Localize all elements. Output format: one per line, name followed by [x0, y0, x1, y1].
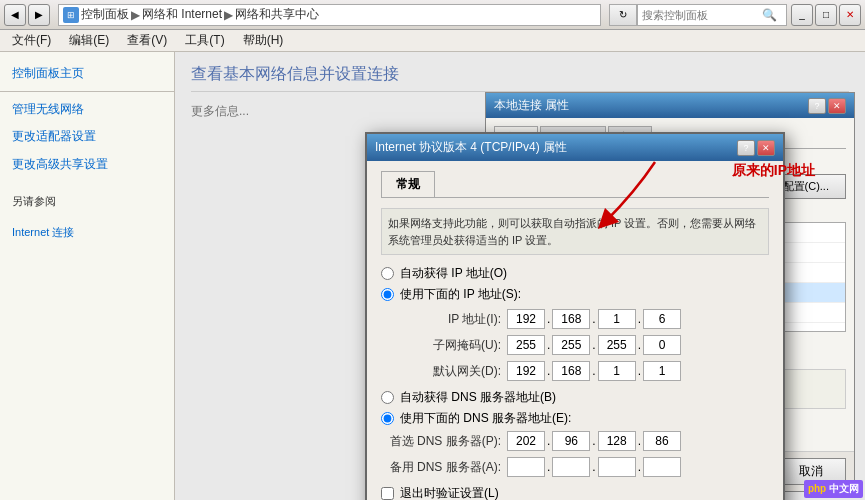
breadcrumb-icon: ⊞: [63, 7, 79, 23]
ip-input-group[interactable]: . . .: [507, 309, 681, 329]
maximize-button[interactable]: □: [815, 4, 837, 26]
gateway-dot-2: .: [592, 364, 595, 378]
window-controls: ◀ ▶: [4, 4, 50, 26]
search-icon[interactable]: 🔍: [762, 8, 777, 22]
manual-ip-radio[interactable]: [381, 288, 394, 301]
ip-seg-1[interactable]: [507, 309, 545, 329]
gateway-label: 默认网关(D):: [381, 363, 501, 380]
subnet-seg-3[interactable]: [598, 335, 636, 355]
sdns-seg-3[interactable]: [598, 457, 636, 477]
tcpip-title-bar: Internet 协议版本 4 (TCP/IPv4) 属性 ? ✕: [367, 134, 783, 161]
subnet-seg-4[interactable]: [643, 335, 681, 355]
breadcrumb-sep-2: ▶: [224, 8, 233, 22]
manual-ip-row[interactable]: 使用下面的 IP 地址(S):: [381, 286, 769, 303]
secondary-dns-label: 备用 DNS 服务器(A):: [381, 459, 501, 476]
refresh-button[interactable]: ↻: [609, 4, 637, 26]
subnet-field-row: 子网掩码(U): . . .: [381, 335, 769, 355]
ip-seg-3[interactable]: [598, 309, 636, 329]
ip-field-row: IP 地址(I): . . .: [381, 309, 769, 329]
subnet-label: 子网掩码(U):: [381, 337, 501, 354]
breadcrumb-item-1[interactable]: 控制面板: [81, 6, 129, 23]
sdns-seg-1[interactable]: [507, 457, 545, 477]
pdns-seg-3[interactable]: [598, 431, 636, 451]
tcpip-tabs: 常规: [381, 171, 769, 198]
manual-dns-label: 使用下面的 DNS 服务器地址(E):: [400, 410, 571, 427]
title-bar-left: ◀ ▶ ⊞ 控制面板 ▶ 网络和 Internet ▶ 网络和共享中心 ↻: [4, 4, 637, 26]
close-button[interactable]: ✕: [839, 4, 861, 26]
sidebar-item-adapter[interactable]: 更改适配器设置: [0, 123, 174, 150]
menu-help[interactable]: 帮助(H): [235, 30, 292, 51]
subnet-seg-1[interactable]: [507, 335, 545, 355]
pdns-seg-4[interactable]: [643, 431, 681, 451]
secondary-dns-input[interactable]: . . .: [507, 457, 681, 477]
tcpip-help-btn[interactable]: ?: [737, 140, 755, 156]
forward-button[interactable]: ▶: [28, 4, 50, 26]
right-panel-title-bar: 本地连接 属性 ? ✕: [486, 93, 854, 118]
gateway-seg-4[interactable]: [643, 361, 681, 381]
sidebar-item-wireless[interactable]: 管理无线网络: [0, 96, 174, 123]
gateway-seg-1[interactable]: [507, 361, 545, 381]
ip-radio-group: 自动获得 IP 地址(O) 使用下面的 IP 地址(S):: [381, 265, 769, 303]
menu-tools[interactable]: 工具(T): [177, 30, 232, 51]
manual-ip-label: 使用下面的 IP 地址(S):: [400, 286, 521, 303]
internet-link[interactable]: Internet 连接: [0, 221, 174, 244]
sdns-seg-4[interactable]: [643, 457, 681, 477]
pdns-seg-1[interactable]: [507, 431, 545, 451]
ip-seg-4[interactable]: [643, 309, 681, 329]
subnet-seg-2[interactable]: [552, 335, 590, 355]
sdns-dot-1: .: [547, 460, 550, 474]
auto-ip-radio[interactable]: [381, 267, 394, 280]
subnet-dot-2: .: [592, 338, 595, 352]
right-panel-help[interactable]: ?: [808, 98, 826, 114]
sidebar: 控制面板主页 管理无线网络 更改适配器设置 更改高级共享设置 另请参阅 Inte…: [0, 52, 175, 500]
menu-file[interactable]: 文件(F): [4, 30, 59, 51]
tcpip-info-text: 如果网络支持此功能，则可以获取自动指派的 IP 设置。否则，您需要从网络系统管理…: [381, 208, 769, 255]
checkbox-row[interactable]: 退出时验证设置(L): [381, 485, 769, 500]
sidebar-item-sharing[interactable]: 更改高级共享设置: [0, 151, 174, 178]
pdns-seg-2[interactable]: [552, 431, 590, 451]
ip-dot-3: .: [638, 312, 641, 326]
primary-dns-input[interactable]: . . .: [507, 431, 681, 451]
subnet-dot-1: .: [547, 338, 550, 352]
pdns-dot-1: .: [547, 434, 550, 448]
auto-dns-row[interactable]: 自动获得 DNS 服务器地址(B): [381, 389, 769, 406]
right-panel-close[interactable]: ✕: [828, 98, 846, 114]
breadcrumb-area: ⊞ 控制面板 ▶ 网络和 Internet ▶ 网络和共享中心: [58, 4, 601, 26]
breadcrumb-item-2[interactable]: 网络和 Internet: [142, 6, 222, 23]
dns-section: 自动获得 DNS 服务器地址(B) 使用下面的 DNS 服务器地址(E):: [381, 389, 769, 427]
pdns-dot-3: .: [638, 434, 641, 448]
minimize-button[interactable]: _: [791, 4, 813, 26]
gateway-dot-1: .: [547, 364, 550, 378]
annotation-text: 原来的IP地址: [732, 162, 815, 178]
right-panel-title-text: 本地连接 属性: [494, 97, 569, 114]
php-suffix: 中文网: [829, 483, 859, 494]
subnet-input-group[interactable]: . . .: [507, 335, 681, 355]
php-prefix: php: [808, 483, 826, 494]
sidebar-item-home[interactable]: 控制面板主页: [0, 60, 174, 87]
main-content: 控制面板主页 管理无线网络 更改适配器设置 更改高级共享设置 另请参阅 Inte…: [0, 52, 865, 500]
gateway-seg-2[interactable]: [552, 361, 590, 381]
ip-seg-2[interactable]: [552, 309, 590, 329]
tcpip-title-controls: ? ✕: [737, 140, 775, 156]
see-also-label: 另请参阅: [0, 190, 174, 213]
sdns-seg-2[interactable]: [552, 457, 590, 477]
sdns-dot-2: .: [592, 460, 595, 474]
menu-edit[interactable]: 编辑(E): [61, 30, 117, 51]
search-box[interactable]: 🔍: [637, 4, 787, 26]
verify-checkbox[interactable]: [381, 487, 394, 500]
auto-dns-radio[interactable]: [381, 391, 394, 404]
auto-ip-row[interactable]: 自动获得 IP 地址(O): [381, 265, 769, 282]
manual-dns-row[interactable]: 使用下面的 DNS 服务器地址(E):: [381, 410, 769, 427]
gateway-seg-3[interactable]: [598, 361, 636, 381]
tcpip-close-btn[interactable]: ✕: [757, 140, 775, 156]
breadcrumb-item-3[interactable]: 网络和共享中心: [235, 6, 319, 23]
tcpip-tab-general[interactable]: 常规: [381, 171, 435, 197]
menu-view[interactable]: 查看(V): [119, 30, 175, 51]
pdns-dot-2: .: [592, 434, 595, 448]
menu-bar: 文件(F) 编辑(E) 查看(V) 工具(T) 帮助(H): [0, 30, 865, 52]
search-input[interactable]: [642, 9, 762, 21]
back-button[interactable]: ◀: [4, 4, 26, 26]
gateway-input-group[interactable]: . . .: [507, 361, 681, 381]
manual-dns-radio[interactable]: [381, 412, 394, 425]
primary-dns-label: 首选 DNS 服务器(P):: [381, 433, 501, 450]
